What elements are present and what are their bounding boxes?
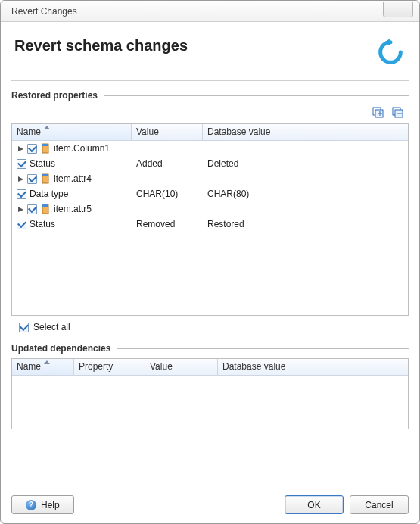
help-icon: ?: [26, 500, 36, 510]
updated-legend: Updated dependencies: [11, 343, 117, 354]
ok-button[interactable]: OK: [285, 495, 344, 514]
col-header-name[interactable]: Name: [12, 359, 74, 375]
row-label: item.Column1: [54, 143, 110, 154]
page-title: Revert schema changes: [14, 37, 188, 55]
column-icon: [40, 173, 51, 184]
dialog-window: Revert Changes Revert schema changes Res…: [0, 0, 420, 524]
column-icon: [40, 143, 51, 154]
column-icon: [40, 204, 51, 214]
row-checkbox[interactable]: [27, 174, 37, 184]
dialog-footer: ? Help OK Cancel: [11, 488, 409, 514]
table-row[interactable]: item.attr5: [12, 201, 408, 217]
col-header-db[interactable]: Database value: [218, 359, 408, 375]
restored-toolbar: [11, 105, 409, 123]
expander-icon[interactable]: [17, 205, 24, 213]
col-header-db[interactable]: Database value: [203, 124, 408, 140]
updated-grid-header: Name Property Value Database value: [12, 359, 408, 376]
select-all-row: Select all: [11, 316, 409, 332]
expander-icon[interactable]: [17, 175, 24, 182]
table-row[interactable]: item.attr4: [12, 171, 408, 186]
restored-grid-header: Name Value Database value: [12, 124, 408, 141]
expand-all-icon[interactable]: [372, 107, 384, 119]
close-button[interactable]: [383, 2, 413, 17]
expander-icon[interactable]: [17, 145, 24, 152]
restored-grid-body[interactable]: item.Column1 Status Added Deleted: [12, 141, 408, 315]
row-label: item.attr5: [54, 204, 92, 214]
col-header-value[interactable]: Value: [132, 124, 203, 140]
collapse-all-icon[interactable]: [392, 107, 404, 119]
row-value: CHAR(10): [132, 189, 203, 199]
restored-grid: Name Value Database value item.Column1: [11, 123, 409, 316]
row-checkbox[interactable]: [17, 159, 26, 169]
window-title: Revert Changes: [11, 6, 383, 17]
col-header-name[interactable]: Name: [12, 124, 132, 140]
cancel-label: Cancel: [365, 500, 393, 510]
col-header-property[interactable]: Property: [74, 359, 145, 375]
row-label: Data type: [30, 189, 68, 199]
svg-rect-9: [42, 204, 48, 207]
updated-grid: Name Property Value Database value: [11, 358, 409, 429]
row-label: Status: [30, 158, 55, 169]
row-checkbox[interactable]: [17, 220, 26, 229]
row-value: Added: [132, 158, 203, 169]
row-db-value: Restored: [203, 219, 408, 229]
svg-rect-7: [42, 174, 48, 176]
restored-legend: Restored properties: [11, 90, 104, 101]
restored-properties-section: Restored properties Name Value Database …: [11, 90, 409, 332]
row-checkbox[interactable]: [27, 144, 37, 154]
updated-dependencies-section: Updated dependencies Name Property Value…: [11, 343, 409, 429]
revert-icon: [375, 37, 406, 70]
row-checkbox[interactable]: [27, 204, 37, 214]
table-row[interactable]: item.Column1: [12, 141, 408, 156]
row-db-value: Deleted: [203, 158, 408, 169]
table-row[interactable]: Status Added Deleted: [12, 156, 408, 171]
row-db-value: CHAR(80): [203, 189, 408, 199]
svg-rect-5: [42, 144, 48, 146]
row-value: Removed: [132, 219, 203, 229]
ok-label: OK: [307, 500, 320, 510]
updated-grid-body[interactable]: [12, 376, 408, 429]
help-button[interactable]: ? Help: [11, 495, 74, 514]
table-row[interactable]: Status Removed Restored: [12, 217, 408, 232]
row-label: item.attr4: [54, 173, 92, 184]
select-all-checkbox[interactable]: [19, 323, 29, 332]
select-all-label: Select all: [33, 322, 70, 332]
help-label: Help: [41, 500, 60, 510]
header-divider: [11, 80, 409, 81]
table-row[interactable]: Data type CHAR(10) CHAR(80): [12, 186, 408, 201]
col-header-value[interactable]: Value: [145, 359, 218, 375]
row-label: Status: [30, 219, 55, 229]
cancel-button[interactable]: Cancel: [350, 495, 409, 514]
page-header: Revert schema changes: [11, 33, 409, 80]
row-checkbox[interactable]: [17, 189, 26, 199]
titlebar: Revert Changes: [1, 1, 419, 22]
client-area: Revert schema changes Restored propertie…: [1, 22, 419, 523]
